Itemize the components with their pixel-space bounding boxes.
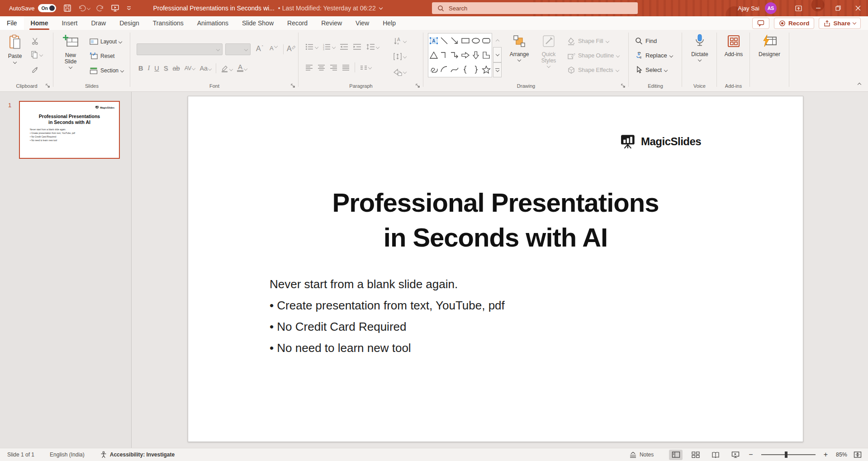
shape-triangle-icon[interactable] [429, 51, 438, 60]
share-button[interactable]: Share [819, 18, 861, 29]
find-button[interactable]: Find [635, 37, 657, 45]
gallery-more-icon[interactable] [493, 62, 502, 77]
character-spacing-button[interactable]: AV [183, 64, 197, 73]
collapse-ribbon-icon[interactable] [858, 80, 861, 88]
slide-title[interactable]: Professional Presentations in Seconds wi… [188, 185, 803, 255]
highlight-color-button[interactable] [219, 62, 234, 74]
align-left-button[interactable] [304, 63, 314, 72]
cut-button[interactable] [30, 36, 41, 46]
avatar[interactable]: AS [765, 2, 777, 14]
gallery-scroll-up-icon[interactable] [493, 33, 502, 47]
convert-to-smartart-button[interactable] [392, 67, 408, 77]
line-spacing-button[interactable] [365, 43, 380, 51]
justify-button[interactable] [341, 63, 351, 72]
underline-button[interactable]: U [152, 63, 161, 73]
ribbon-display-options-icon[interactable] [788, 0, 808, 16]
paragraph-dialog-launcher-icon[interactable] [415, 83, 421, 89]
slideshow-view-button[interactable] [729, 450, 742, 460]
shape-curve-icon[interactable] [450, 65, 459, 74]
fit-slide-to-window-icon[interactable] [854, 451, 862, 458]
reading-view-button[interactable] [709, 450, 722, 460]
tab-record[interactable]: Record [280, 16, 314, 30]
shape-star-icon[interactable] [482, 65, 491, 74]
slide-canvas[interactable]: MagicSlides Professional Presentations i… [188, 96, 803, 442]
font-color-button[interactable]: A [235, 63, 249, 73]
magicslides-logo[interactable]: MagicSlides [621, 134, 701, 149]
shape-right-arrow-icon[interactable] [461, 51, 470, 60]
align-text-button[interactable] [392, 52, 408, 62]
gallery-scroll-down-icon[interactable] [493, 47, 502, 62]
shape-down-arrow-icon[interactable] [471, 51, 480, 60]
document-title[interactable]: Professional Presentations in Seconds wi… [153, 5, 382, 12]
tab-slide-show[interactable]: Slide Show [235, 16, 280, 30]
shape-rounded-rectangle-icon[interactable] [482, 36, 491, 45]
shape-line-icon[interactable] [440, 36, 449, 45]
zoom-level[interactable]: 85% [836, 451, 847, 458]
tab-review[interactable]: Review [314, 16, 349, 30]
search-input[interactable] [449, 5, 612, 12]
autosave-switch[interactable]: On [38, 4, 56, 12]
shape-elbow-connector-icon[interactable] [440, 51, 449, 60]
zoom-slider[interactable] [761, 454, 816, 455]
restore-button[interactable] [828, 0, 848, 16]
language-selector[interactable]: English (India) [50, 451, 85, 458]
shape-arc-icon[interactable] [440, 65, 449, 74]
shape-textbox-icon[interactable]: A [429, 36, 438, 45]
slide-thumbnail[interactable]: MagicSlides Professional Presentationsin… [19, 101, 120, 159]
tab-transitions[interactable]: Transitions [146, 16, 190, 30]
save-icon[interactable] [63, 4, 71, 12]
addins-button[interactable]: Add-ins [721, 34, 746, 57]
bullets-button[interactable] [304, 43, 319, 51]
shape-arrow-icon[interactable] [450, 36, 459, 45]
replace-button[interactable]: bc Replace [635, 52, 673, 59]
text-shadow-button[interactable]: S [162, 63, 170, 73]
tab-design[interactable]: Design [113, 16, 146, 30]
customize-qat-icon[interactable] [126, 5, 132, 11]
record-button[interactable]: Record [774, 18, 815, 29]
slide-sorter-view-button[interactable] [689, 450, 702, 460]
minimize-button[interactable] [808, 0, 828, 16]
tab-help[interactable]: Help [376, 16, 403, 30]
clipboard-dialog-launcher-icon[interactable] [45, 83, 51, 89]
align-center-button[interactable] [316, 63, 327, 72]
comments-button[interactable] [752, 18, 769, 29]
format-painter-button[interactable] [30, 64, 41, 74]
shape-elbow-arrow-connector-icon[interactable] [450, 51, 459, 60]
grow-font-button[interactable]: Aˆ [254, 43, 265, 54]
zoom-out-button[interactable]: − [749, 452, 753, 457]
section-button[interactable]: Section [90, 67, 123, 74]
shape-rectangle-icon[interactable] [461, 36, 470, 45]
tab-insert[interactable]: Insert [55, 16, 84, 30]
shape-scribble-icon[interactable] [429, 65, 438, 74]
dictate-button[interactable]: Dictate [688, 33, 712, 61]
arrange-button[interactable]: Arrange [506, 34, 533, 61]
select-button[interactable]: Select [635, 66, 667, 74]
normal-view-button[interactable] [669, 450, 683, 460]
shrink-font-button[interactable]: A [268, 43, 279, 53]
start-slideshow-icon[interactable] [111, 4, 119, 12]
align-right-button[interactable] [328, 63, 339, 72]
new-slide-button[interactable]: New Slide [59, 34, 82, 68]
search-box[interactable] [432, 2, 638, 14]
shape-oval-icon[interactable] [471, 36, 480, 45]
clear-formatting-button[interactable]: A▯ [285, 43, 297, 54]
paste-button[interactable]: Paste [5, 34, 25, 63]
tab-home[interactable]: Home [24, 16, 55, 30]
slide-body-text[interactable]: Never start from a blank slide again. • … [270, 274, 505, 359]
shape-right-brace-icon[interactable] [471, 65, 480, 74]
increase-indent-button[interactable] [351, 43, 363, 51]
font-dialog-launcher-icon[interactable] [290, 83, 296, 89]
zoom-in-button[interactable]: + [824, 452, 828, 457]
change-case-button[interactable]: Aa [198, 63, 213, 73]
shape-left-brace-icon[interactable] [461, 65, 470, 74]
strikethrough-button[interactable]: ab [171, 63, 181, 73]
user-name[interactable]: Ajay Sai [738, 5, 759, 12]
text-direction-button[interactable]: A [392, 36, 408, 46]
tab-view[interactable]: View [349, 16, 376, 30]
autosave-toggle[interactable]: AutoSave On [9, 4, 56, 12]
bold-button[interactable]: B [137, 63, 145, 73]
layout-button[interactable]: Layout [90, 38, 122, 45]
zoom-slider-handle[interactable] [785, 451, 787, 458]
accessibility-status[interactable]: Accessibility: Investigate [100, 451, 175, 458]
decrease-indent-button[interactable] [338, 43, 350, 51]
